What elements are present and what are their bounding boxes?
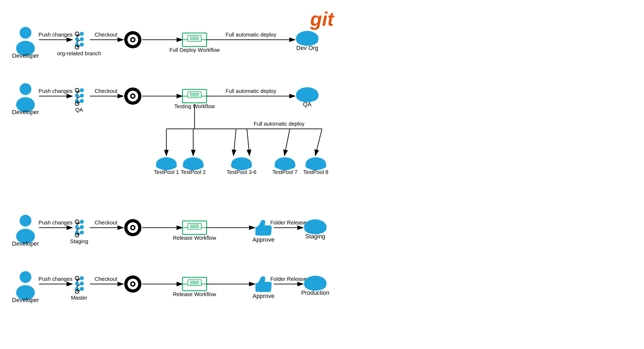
workflow-row1: Full Deploy Workflow: [169, 33, 220, 53]
circleci-row2: [124, 88, 141, 105]
svg-text:QA: QA: [303, 101, 312, 108]
testpool7: TestPool 7: [272, 157, 297, 175]
svg-text:Developer: Developer: [12, 109, 39, 115]
devorg-row1: Dev Org: [296, 31, 319, 51]
push-label-row1: Push changes: [39, 32, 73, 38]
svg-point-43: [80, 94, 84, 97]
circleci-row3: [124, 219, 141, 236]
circleci-row1: [124, 31, 141, 48]
svg-text:Release Workflow: Release Workflow: [173, 235, 216, 241]
branch-row4: Master: [71, 276, 87, 301]
checkout-label-row1: Checkout: [95, 32, 118, 38]
arrow-testpool3-6b: [247, 129, 250, 156]
svg-point-123: [20, 271, 31, 283]
svg-text:Master: Master: [71, 295, 87, 301]
svg-point-8: [75, 37, 79, 41]
deploy-label-row1: Full automatic deploy: [226, 32, 276, 38]
svg-text:Developer: Developer: [12, 297, 39, 303]
folder-label-row4: Folder Release: [270, 276, 307, 282]
svg-text:Production: Production: [301, 289, 329, 296]
testpool8: TestPool 8: [303, 157, 328, 175]
developer-row3: Developer: [12, 215, 39, 247]
svg-point-50: [131, 95, 134, 97]
svg-point-97: [75, 225, 79, 229]
svg-rect-116: [255, 227, 258, 235]
workflow-row4: Release Workflow: [173, 277, 216, 297]
svg-text:TestPool 7: TestPool 7: [272, 169, 297, 175]
svg-point-101: [80, 231, 84, 234]
deploy-label-testpools: Full automatic deploy: [254, 121, 305, 127]
svg-text:Approve: Approve: [253, 236, 275, 243]
svg-point-18: [131, 38, 134, 41]
svg-text:Staging: Staging: [70, 238, 88, 244]
push-label-row3: Push changes: [39, 220, 73, 226]
workflow-row3: Release Workflow: [173, 221, 216, 241]
svg-point-135: [80, 287, 84, 291]
branch-row2: QA: [75, 88, 84, 113]
svg-point-0: [20, 27, 31, 39]
folder-label-row3: Folder Release: [270, 220, 307, 226]
svg-point-11: [80, 37, 84, 41]
svg-point-42: [80, 88, 84, 92]
developer-row1: Developer: [12, 27, 39, 59]
developer-row2: Developer: [12, 83, 39, 115]
svg-text:TestPool 8: TestPool 8: [303, 169, 328, 175]
svg-point-89: [20, 215, 31, 227]
arrow-testpool8: [315, 129, 322, 156]
svg-text:Staging: Staging: [305, 233, 325, 240]
svg-rect-150: [255, 283, 258, 292]
checkout-label-row2: Checkout: [95, 88, 118, 94]
arrow-testpool7: [284, 129, 290, 156]
svg-point-32: [20, 83, 31, 95]
push-label-row2: Push changes: [39, 88, 73, 94]
svg-point-44: [80, 99, 84, 103]
svg-text:Release Workflow: Release Workflow: [173, 291, 216, 297]
push-label-row4: Push changes: [39, 276, 73, 282]
deploy-label-row2: Full automatic deploy: [226, 88, 276, 94]
testpool3-6: TestPool 3-6: [226, 157, 256, 175]
svg-text:TestPool 3-6: TestPool 3-6: [226, 169, 256, 175]
svg-point-12: [80, 43, 84, 46]
svg-point-141: [131, 283, 134, 285]
branch-row3: Staging: [70, 220, 88, 244]
testpool2: TestPool 2: [181, 157, 206, 175]
svg-point-134: [80, 282, 84, 285]
svg-text:Approve: Approve: [253, 293, 275, 299]
svg-point-40: [75, 94, 79, 97]
testpool1: TestPool 1: [154, 157, 179, 175]
svg-point-133: [80, 276, 84, 280]
developer-row4: Developer: [12, 271, 39, 303]
svg-text:TestPool 2: TestPool 2: [181, 169, 206, 175]
svg-text:Developer: Developer: [12, 240, 39, 247]
svg-text:Full Deploy Workflow: Full Deploy Workflow: [169, 47, 220, 53]
svg-text:org-related branch: org-related branch: [57, 50, 101, 56]
main-diagram: Developer Push changes org-related branc…: [0, 0, 644, 349]
svg-text:Developer: Developer: [12, 52, 39, 59]
svg-point-99: [80, 220, 84, 224]
svg-text:TestPool 1: TestPool 1: [154, 169, 179, 175]
qa-org: QA: [296, 87, 319, 108]
svg-text:Dev Org: Dev Org: [296, 45, 318, 51]
staging-org: Staging: [304, 219, 327, 240]
checkout-label-row3: Checkout: [95, 220, 118, 226]
svg-text:QA: QA: [75, 107, 83, 113]
svg-point-100: [80, 225, 84, 229]
svg-point-107: [131, 226, 134, 229]
circleci-row4: [124, 275, 141, 293]
arrow-testpool3-6a: [233, 129, 236, 156]
svg-point-10: [80, 32, 84, 36]
checkout-label-row4: Checkout: [95, 276, 118, 282]
svg-point-131: [75, 282, 79, 285]
